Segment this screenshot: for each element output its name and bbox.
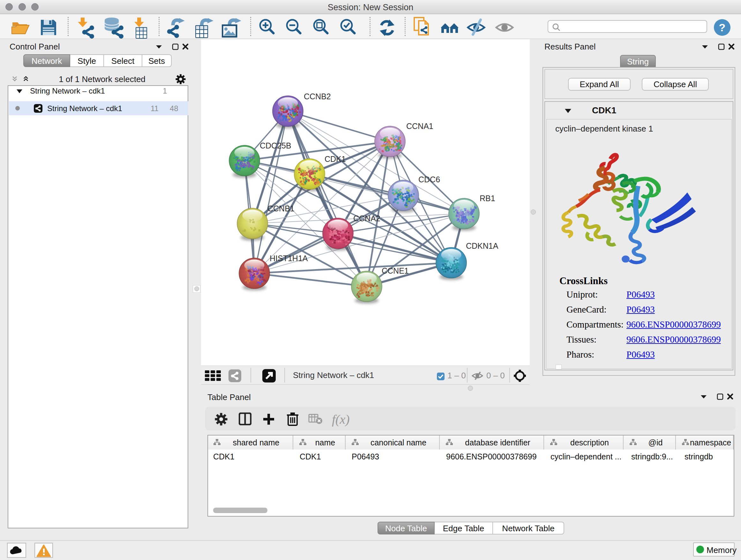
svg-text:CCNB2: CCNB2 — [304, 92, 331, 101]
svg-text:CDK1: CDK1 — [325, 154, 346, 164]
svg-text:CDC25B: CDC25B — [260, 141, 291, 150]
svg-text:HIST1H1A: HIST1H1A — [270, 254, 308, 263]
svg-text:CCNA2: CCNA2 — [353, 214, 381, 223]
svg-text:CCNB1: CCNB1 — [267, 204, 294, 213]
svg-text:CDKN1A: CDKN1A — [466, 241, 498, 250]
svg-text:CCNE1: CCNE1 — [382, 266, 409, 275]
svg-text:CCNA1: CCNA1 — [406, 122, 433, 131]
svg-text:RB1: RB1 — [480, 194, 495, 203]
svg-text:CDC6: CDC6 — [418, 175, 440, 184]
